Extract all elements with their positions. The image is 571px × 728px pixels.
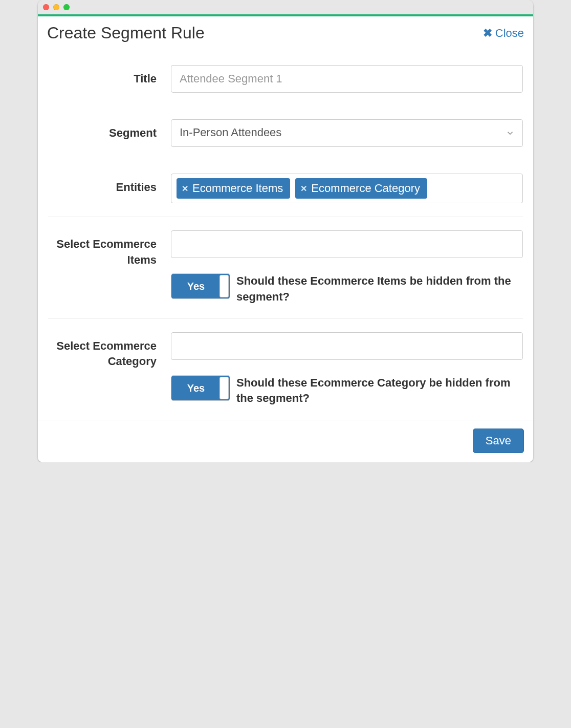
entity-tag-label: Ecommerce Category (311, 182, 420, 195)
select-items-input[interactable] (171, 230, 523, 258)
label-select-items: Select Ecommerce Items (48, 230, 171, 305)
close-label: Close (495, 27, 524, 40)
mac-titlebar (38, 0, 533, 14)
entity-tag: ✕ Ecommerce Items (177, 178, 290, 199)
window-close-dot[interactable] (43, 4, 49, 10)
items-hidden-question-row: Yes Should these Ecommerce Items be hidd… (171, 273, 523, 305)
row-entities: Entities ✕ Ecommerce Items ✕ Ecommerce C… (48, 160, 523, 217)
toggle-knob (219, 377, 229, 399)
entities-tagbox[interactable]: ✕ Ecommerce Items ✕ Ecommerce Category (171, 174, 523, 203)
modal-content: Create Segment Rule ✖ Close Title Segmen… (38, 14, 533, 462)
label-segment: Segment (48, 119, 171, 147)
select-category-input[interactable] (171, 332, 523, 360)
modal-title: Create Segment Rule (47, 24, 205, 42)
remove-tag-icon[interactable]: ✕ (300, 184, 307, 194)
modal-footer: Save (38, 420, 533, 462)
entity-tag: ✕ Ecommerce Category (295, 178, 427, 199)
close-button[interactable]: ✖ Close (483, 27, 524, 40)
toggle-knob (219, 275, 229, 297)
label-title: Title (48, 65, 171, 93)
category-hidden-question-row: Yes Should these Ecommerce Category be h… (171, 375, 523, 407)
window: Create Segment Rule ✖ Close Title Segmen… (38, 0, 533, 462)
label-entities: Entities (48, 174, 171, 203)
form: Title Segment In-Person Attendees (38, 47, 533, 420)
segment-select[interactable]: In-Person Attendees (171, 119, 523, 147)
row-title: Title (48, 52, 523, 106)
save-button[interactable]: Save (473, 429, 524, 453)
close-icon: ✖ (483, 27, 492, 40)
remove-tag-icon[interactable]: ✕ (182, 184, 188, 194)
window-minimize-dot[interactable] (53, 4, 59, 10)
modal-header: Create Segment Rule ✖ Close (38, 16, 533, 47)
label-select-category: Select Ecommerce Category (48, 332, 171, 407)
row-select-items: Select Ecommerce Items Yes Should these … (48, 217, 523, 318)
items-hidden-question: Should these Ecommerce Items be hidden f… (236, 274, 511, 303)
entity-tag-label: Ecommerce Items (192, 182, 283, 195)
row-select-category: Select Ecommerce Category Yes Should the… (48, 319, 523, 420)
window-zoom-dot[interactable] (63, 4, 70, 10)
items-hidden-toggle[interactable]: Yes (171, 273, 230, 299)
category-hidden-toggle[interactable]: Yes (171, 375, 230, 401)
row-segment: Segment In-Person Attendees (48, 106, 523, 160)
title-input[interactable] (171, 65, 523, 93)
category-hidden-question: Should these Ecommerce Category be hidde… (236, 376, 510, 405)
